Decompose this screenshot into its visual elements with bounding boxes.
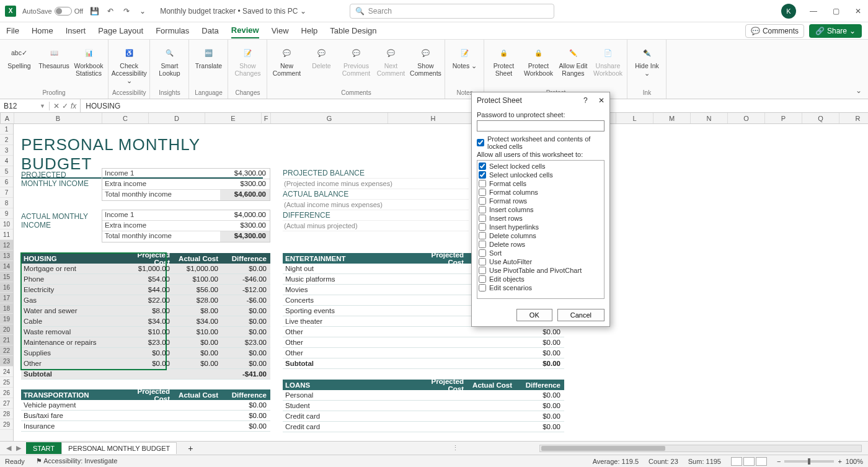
close-icon[interactable]: ✕ bbox=[853, 6, 863, 16]
check-accessibility-button[interactable]: ♿Check Accessibility ⌄ bbox=[113, 42, 144, 84]
col-header-M[interactable]: M bbox=[653, 113, 691, 123]
spelling-button[interactable]: abc✓Spelling bbox=[4, 42, 35, 69]
collapse-ribbon-icon[interactable]: ⌄ bbox=[849, 82, 868, 99]
permission-checkbox[interactable] bbox=[479, 197, 486, 205]
new-sheet-button[interactable]: + bbox=[182, 443, 199, 453]
permission-item[interactable]: Use PivotTable and PivotChart bbox=[479, 266, 603, 275]
row-header-27[interactable]: 27 bbox=[0, 398, 13, 409]
row-header-6[interactable]: 6 bbox=[0, 177, 13, 187]
notes-button[interactable]: 📝Notes ⌄ bbox=[449, 42, 480, 69]
permission-checkbox[interactable] bbox=[479, 206, 486, 213]
permission-item[interactable]: Edit objects bbox=[479, 275, 603, 283]
row-header-18[interactable]: 18 bbox=[0, 303, 13, 314]
row-header-4[interactable]: 4 bbox=[0, 156, 13, 166]
col-header-R[interactable]: R bbox=[839, 113, 868, 123]
row-header-10[interactable]: 10 bbox=[0, 219, 13, 229]
col-header-B[interactable]: B bbox=[14, 113, 102, 123]
share-button[interactable]: 🔗 Share ⌄ bbox=[809, 24, 862, 38]
permission-checkbox[interactable] bbox=[479, 215, 486, 222]
row-header-14[interactable]: 14 bbox=[0, 261, 13, 272]
row-header-1[interactable]: 1 bbox=[0, 124, 13, 135]
page-break-view-icon[interactable] bbox=[756, 457, 767, 466]
accessibility-status[interactable]: ⚑ Accessibility: Investigate bbox=[36, 457, 118, 465]
hide-ink-button[interactable]: ✒️Hide Ink ⌄ bbox=[631, 42, 662, 77]
normal-view-icon[interactable] bbox=[731, 457, 742, 466]
cancel-formula-icon[interactable]: ✕ bbox=[53, 102, 60, 110]
row-header-2[interactable]: 2 bbox=[0, 135, 13, 145]
permission-item[interactable]: Select unlocked cells bbox=[479, 171, 603, 179]
row-header-21[interactable]: 21 bbox=[0, 335, 13, 345]
fx-icon[interactable]: fx bbox=[71, 102, 76, 110]
row-header-7[interactable]: 7 bbox=[0, 187, 13, 198]
permission-item[interactable]: Format columns bbox=[479, 188, 603, 197]
permission-item[interactable]: Insert hyperlinks bbox=[479, 223, 603, 231]
tab-file[interactable]: File bbox=[6, 24, 19, 38]
permission-checkbox[interactable] bbox=[479, 241, 486, 248]
comments-button[interactable]: 💬 Comments bbox=[745, 24, 804, 38]
permission-checkbox[interactable] bbox=[479, 232, 486, 239]
row-header-13[interactable]: 13 bbox=[0, 251, 13, 261]
search-input[interactable]: 🔍 Search bbox=[350, 4, 554, 19]
col-header-G[interactable]: G bbox=[271, 113, 388, 123]
user-avatar[interactable]: K bbox=[781, 4, 796, 19]
col-header-E[interactable]: E bbox=[205, 113, 262, 123]
col-header-F[interactable]: F bbox=[262, 113, 271, 123]
undo-icon[interactable]: ↶ bbox=[105, 6, 115, 16]
translate-button[interactable]: 🔤Translate bbox=[193, 42, 224, 69]
name-box[interactable]: B12 ▼ bbox=[0, 102, 50, 110]
close-dialog-icon[interactable]: ✕ bbox=[598, 96, 604, 105]
tab-home[interactable]: Home bbox=[32, 24, 53, 38]
tab-table-design[interactable]: Table Design bbox=[330, 24, 376, 38]
tab-help[interactable]: Help bbox=[301, 24, 318, 38]
row-header-16[interactable]: 16 bbox=[0, 282, 13, 293]
save-icon[interactable]: 💾 bbox=[89, 6, 99, 16]
maximize-icon[interactable]: ▢ bbox=[831, 6, 841, 16]
smart-lookup-button[interactable]: 🔍Smart Lookup bbox=[154, 42, 185, 77]
autosave-toggle[interactable]: AutoSave Off bbox=[22, 7, 83, 16]
permission-item[interactable]: Use AutoFilter bbox=[479, 257, 603, 266]
permission-checkbox[interactable] bbox=[479, 180, 486, 187]
horizontal-scrollbar[interactable] bbox=[539, 445, 862, 452]
chevron-down-icon[interactable]: ▼ bbox=[40, 103, 45, 109]
row-header-24[interactable]: 24 bbox=[0, 367, 13, 377]
tab-formulas[interactable]: Formulas bbox=[156, 24, 189, 38]
permission-item[interactable]: Delete rows bbox=[479, 240, 603, 249]
password-input[interactable] bbox=[477, 120, 604, 131]
ok-button[interactable]: OK bbox=[516, 309, 552, 321]
new-comment-button[interactable]: 💬New Comment bbox=[271, 42, 302, 77]
row-header-12[interactable]: 12 bbox=[0, 240, 13, 251]
col-header-L[interactable]: L bbox=[616, 113, 653, 123]
permission-item[interactable]: Insert rows bbox=[479, 214, 603, 223]
col-header-A[interactable]: A bbox=[1, 113, 14, 123]
zoom-in-icon[interactable]: + bbox=[838, 458, 841, 465]
permissions-listbox[interactable]: Select locked cellsSelect unlocked cells… bbox=[477, 160, 604, 299]
col-header-N[interactable]: N bbox=[691, 113, 728, 123]
permission-item[interactable]: Format rows bbox=[479, 197, 603, 205]
tab-insert[interactable]: Insert bbox=[66, 24, 86, 38]
row-header-29[interactable]: 29 bbox=[0, 419, 13, 430]
permission-item[interactable]: Sort bbox=[479, 249, 603, 257]
col-header-H[interactable]: H bbox=[388, 113, 479, 123]
document-title[interactable]: Monthly budget tracker • Saved to this P… bbox=[160, 7, 306, 16]
row-header-26[interactable]: 26 bbox=[0, 388, 13, 398]
col-header-D[interactable]: D bbox=[149, 113, 205, 123]
help-icon[interactable]: ? bbox=[583, 96, 588, 105]
minimize-icon[interactable]: — bbox=[808, 6, 818, 16]
permission-item[interactable]: Insert columns bbox=[479, 205, 603, 214]
qat-dropdown-icon[interactable]: ⌄ bbox=[138, 6, 148, 16]
col-header-O[interactable]: O bbox=[728, 113, 765, 123]
row-header-25[interactable]: 25 bbox=[0, 377, 13, 388]
permission-item[interactable]: Delete columns bbox=[479, 231, 603, 240]
row-header-28[interactable]: 28 bbox=[0, 409, 13, 419]
row-header-23[interactable]: 23 bbox=[0, 356, 13, 367]
worksheet-grid[interactable]: 1234567891011121314151617181920212223242… bbox=[0, 124, 868, 459]
permission-checkbox[interactable] bbox=[479, 171, 486, 179]
permission-item[interactable]: Format cells bbox=[479, 179, 603, 188]
row-header-3[interactable]: 3 bbox=[0, 145, 13, 156]
permission-item[interactable]: Select locked cells bbox=[479, 162, 603, 171]
row-header-19[interactable]: 19 bbox=[0, 314, 13, 324]
permission-checkbox[interactable] bbox=[479, 223, 486, 231]
prev-sheet-icon[interactable]: ◀ bbox=[6, 444, 11, 452]
permission-checkbox[interactable] bbox=[479, 249, 486, 257]
redo-icon[interactable]: ↷ bbox=[122, 6, 131, 16]
